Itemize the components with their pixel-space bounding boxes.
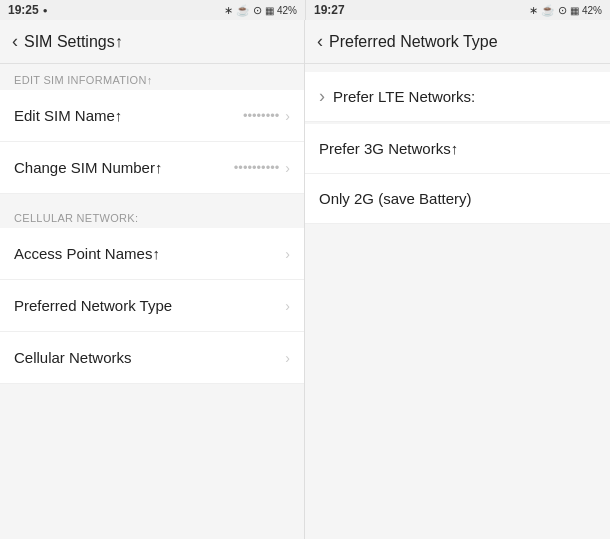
- signal-icon-right: ▦: [570, 5, 579, 16]
- bluetooth-icon: ∗: [224, 4, 233, 17]
- access-point-names-chevron: ›: [285, 246, 290, 262]
- alarm-icon: ☕: [236, 4, 250, 17]
- left-empty-area: [0, 384, 304, 539]
- edit-sim-name-value: ••••••••: [243, 108, 279, 123]
- prefer-3g-label: Prefer 3G Networks↑: [319, 140, 596, 157]
- only-2g-item[interactable]: Only 2G (save Battery): [305, 174, 610, 224]
- sim-settings-back-button[interactable]: ‹: [12, 31, 18, 52]
- sim-settings-title: SIM Settings↑: [24, 33, 123, 51]
- right-status-icons: ∗ ☕ ⊙ ▦ 42%: [529, 4, 602, 17]
- preferred-network-panel: ‹ Preferred Network Type Prefer LTE Netw…: [305, 20, 610, 539]
- cellular-network-section-label: CELLULAR NETWORK:: [0, 202, 304, 228]
- sim-settings-header: ‹ SIM Settings↑: [0, 20, 304, 64]
- right-empty-area: [305, 224, 610, 539]
- left-dot-icon: ●: [43, 6, 48, 15]
- left-time: 19:25: [8, 3, 39, 17]
- prefer-lte-item[interactable]: Prefer LTE Networks:: [305, 72, 610, 122]
- edit-sim-section-label: EDIT SIM INFORMATION↑: [0, 64, 304, 90]
- preferred-network-type-item[interactable]: Preferred Network Type ›: [0, 280, 304, 332]
- preferred-network-type-label: Preferred Network Type: [14, 297, 285, 314]
- access-point-names-item[interactable]: Access Point Names↑ ›: [0, 228, 304, 280]
- cellular-networks-item[interactable]: Cellular Networks ›: [0, 332, 304, 384]
- cellular-networks-chevron: ›: [285, 350, 290, 366]
- right-time: 19:27: [314, 3, 345, 17]
- sim-settings-panel: ‹ SIM Settings↑ EDIT SIM INFORMATION↑ Ed…: [0, 20, 305, 539]
- edit-sim-name-chevron: ›: [285, 108, 290, 124]
- battery-label-left: 42%: [277, 5, 297, 16]
- signal-icon: ▦: [265, 5, 274, 16]
- bluetooth-icon-right: ∗: [529, 4, 538, 17]
- preferred-network-type-chevron: ›: [285, 298, 290, 314]
- cellular-networks-label: Cellular Networks: [14, 349, 285, 366]
- preferred-network-back-button[interactable]: ‹: [317, 31, 323, 52]
- left-status-icons: ∗ ☕ ⊙ ▦ 42%: [224, 4, 297, 17]
- prefer-3g-item[interactable]: Prefer 3G Networks↑: [305, 124, 610, 174]
- prefer-lte-label: Prefer LTE Networks:: [333, 88, 596, 105]
- edit-sim-name-item[interactable]: Edit SIM Name↑ •••••••• ›: [0, 90, 304, 142]
- alarm-icon-right: ☕: [541, 4, 555, 17]
- battery-label-right: 42%: [582, 5, 602, 16]
- change-sim-number-item[interactable]: Change SIM Number↑ •••••••••• ›: [0, 142, 304, 194]
- change-sim-number-label: Change SIM Number↑: [14, 159, 234, 176]
- change-sim-number-value: ••••••••••: [234, 160, 280, 175]
- edit-sim-name-label: Edit SIM Name↑: [14, 107, 243, 124]
- preferred-network-header: ‹ Preferred Network Type: [305, 20, 610, 64]
- wifi-icon: ⊙: [253, 4, 262, 17]
- only-2g-label: Only 2G (save Battery): [319, 190, 596, 207]
- wifi-icon-right: ⊙: [558, 4, 567, 17]
- preferred-network-title: Preferred Network Type: [329, 33, 498, 51]
- access-point-names-label: Access Point Names↑: [14, 245, 285, 262]
- right-status-bar: 19:27 ∗ ☕ ⊙ ▦ 42%: [305, 0, 610, 20]
- change-sim-number-chevron: ›: [285, 160, 290, 176]
- left-status-bar: 19:25 ● ∗ ☕ ⊙ ▦ 42%: [0, 0, 305, 20]
